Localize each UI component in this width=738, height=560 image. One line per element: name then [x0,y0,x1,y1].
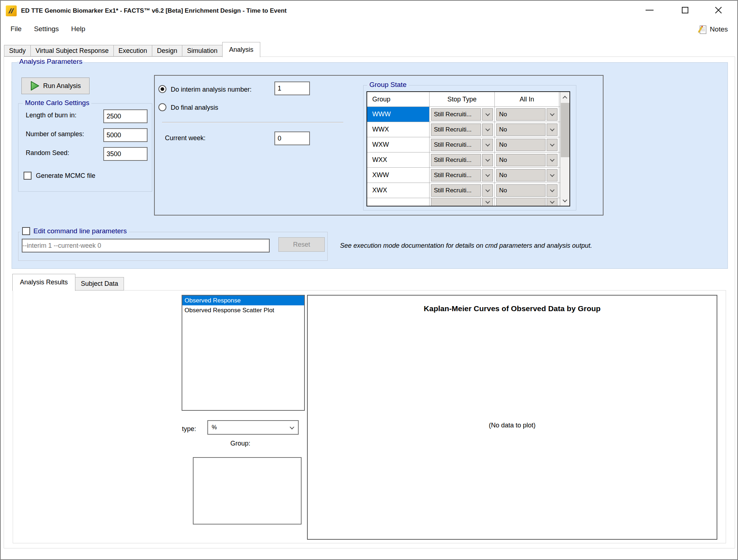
group-cell[interactable]: XWX [367,183,430,198]
list-item-observed-response[interactable]: Observed Response [182,296,304,305]
current-week-label: Current week: [165,134,206,142]
table-row: WXW Still Recruiti... No [367,137,560,152]
chevron-down-icon[interactable] [482,169,493,181]
notes-icon [697,24,708,35]
menu-bar: File Settings Help [1,22,737,37]
run-analysis-button[interactable]: Run Analysis [21,78,90,94]
cmd-note-text: See execution mode documentation for det… [340,242,592,250]
type-dropdown[interactable]: % [207,420,299,435]
chevron-down-icon[interactable] [547,124,557,136]
group-cell[interactable]: WWW [367,107,430,122]
chevron-down-icon[interactable] [482,154,493,166]
type-label: type: [182,425,196,433]
group-cell[interactable]: XWW [367,168,430,183]
stop-type-combo[interactable]: Still Recruiti... [431,184,493,197]
separator [162,122,343,123]
plot-type-listbox[interactable]: Observed Response Observed Response Scat… [182,295,305,411]
menu-settings[interactable]: Settings [28,22,65,37]
tab-simulation[interactable]: Simulation [182,45,223,57]
chevron-down-icon[interactable] [547,139,557,151]
reset-button[interactable]: Reset [278,237,325,252]
stop-type-combo[interactable]: Still Recruiti... [431,124,493,136]
table-row: WWX Still Recruiti... No [367,122,560,137]
stop-type-combo[interactable]: Still Recruiti... [431,108,493,121]
burn-in-input[interactable] [103,109,148,123]
table-row-partial [367,198,560,206]
maximize-button[interactable] [673,1,697,20]
all-in-combo[interactable]: No [496,108,557,121]
final-analysis-radio[interactable] [158,103,166,111]
minimize-button[interactable] [638,1,661,20]
group-cell[interactable]: WXX [367,152,430,167]
all-in-combo[interactable]: No [496,124,557,136]
main-tab-strip: Study Virtual Subject Response Execution… [4,42,260,57]
window-title: ED TTE Genomic Biomarker Ex1* - FACTS™ v… [21,1,287,21]
chevron-down-icon[interactable] [482,184,493,197]
tab-study[interactable]: Study [4,45,31,57]
plot-title: Kaplan-Meier Curves of Observed Data by … [308,304,717,313]
interim-analysis-radio[interactable] [158,85,166,93]
maximize-icon [682,7,688,13]
seed-label: Random Seed: [26,149,69,157]
app-window: ED TTE Genomic Biomarker Ex1* - FACTS™ v… [0,0,738,560]
tab-design[interactable]: Design [152,45,182,57]
chevron-down-icon[interactable] [482,108,493,121]
group-label: Group: [193,440,287,447]
interim-number-input[interactable] [274,82,310,95]
group-cell[interactable]: WXW [367,137,430,152]
chevron-down-icon[interactable] [547,154,557,166]
group-state-group: Group State Group Stop Type All In WWW S… [363,85,576,210]
list-item-observed-response-scatter[interactable]: Observed Response Scatter Plot [182,305,304,315]
group-listbox[interactable] [193,457,302,525]
cmd-parameters-group: Edit command line parameters Reset [18,232,328,261]
chevron-down-icon[interactable] [547,184,557,197]
all-in-combo[interactable]: No [496,139,557,151]
chevron-down-icon[interactable] [547,108,557,121]
table-scrollbar[interactable] [560,92,569,206]
results-panel: Observed Response Observed Response Scat… [13,290,726,543]
col-header-stop-type: Stop Type [430,92,495,106]
menu-file[interactable]: File [4,22,28,37]
chevron-down-icon[interactable] [547,169,557,181]
scrollbar-thumb[interactable] [561,103,569,157]
interim-analysis-label: Do interim analysis number: [171,86,252,93]
samples-label: Number of samples: [26,130,84,138]
stop-type-combo[interactable]: Still Recruiti... [431,169,493,181]
all-in-combo[interactable]: No [496,169,557,181]
stop-type-combo[interactable]: Still Recruiti... [431,139,493,151]
chevron-down-icon [286,426,298,429]
group-cell[interactable]: WWX [367,122,430,137]
chevron-down-icon[interactable] [482,139,493,151]
table-row: WXX Still Recruiti... No [367,152,560,167]
edit-cmd-checkbox[interactable] [22,227,30,235]
plot-area: Kaplan-Meier Curves of Observed Data by … [307,295,717,540]
minimize-icon [646,10,654,11]
scroll-up-icon[interactable] [560,92,569,103]
burn-in-label: Length of burn in: [26,112,76,119]
chevron-down-icon[interactable] [482,124,493,136]
notes-button[interactable]: Notes [697,22,728,37]
tab-analysis-results[interactable]: Analysis Results [12,274,75,291]
cmd-line-input[interactable] [22,239,270,252]
group-state-table: Group Stop Type All In WWW Still Recruit… [366,91,570,206]
final-analysis-label: Do final analysis [171,104,218,112]
close-button[interactable] [707,1,730,20]
scroll-down-icon[interactable] [560,195,569,206]
all-in-combo[interactable]: No [496,154,557,166]
notes-label: Notes [710,25,728,33]
generate-mcmc-checkbox[interactable] [24,172,32,180]
table-row: XWW Still Recruiti... No [367,167,560,183]
tab-execution[interactable]: Execution [113,45,152,57]
tab-subject-data[interactable]: Subject Data [75,277,124,291]
samples-input[interactable] [103,128,148,142]
current-week-input[interactable] [274,131,310,145]
results-tab-strip: Analysis Results Subject Data [13,273,124,291]
all-in-combo[interactable]: No [496,184,557,197]
tab-virtual-subject-response[interactable]: Virtual Subject Response [30,45,114,57]
table-header-row: Group Stop Type All In [367,92,560,106]
analysis-parameters-group: Analysis Parameters Run Analysis Monte C… [12,62,728,269]
tab-analysis[interactable]: Analysis [222,42,260,57]
seed-input[interactable] [103,147,148,161]
menu-help[interactable]: Help [65,22,91,37]
stop-type-combo[interactable]: Still Recruiti... [431,154,493,166]
